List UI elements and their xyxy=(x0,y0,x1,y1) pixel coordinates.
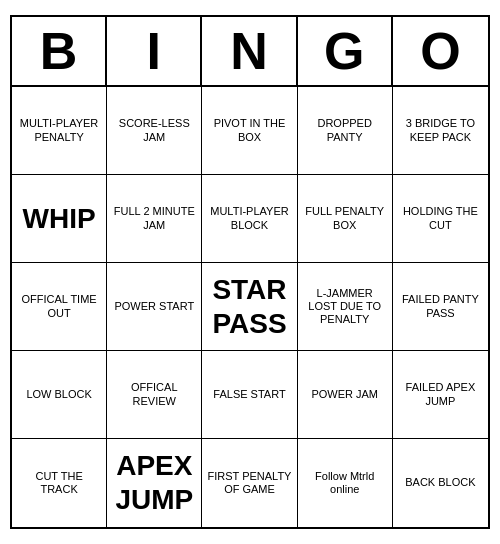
bingo-cell-8: FULL PENALTY BOX xyxy=(298,175,393,263)
bingo-cell-11: POWER START xyxy=(107,263,202,351)
bingo-cell-18: POWER JAM xyxy=(298,351,393,439)
letter-i: I xyxy=(107,17,202,85)
bingo-card: B I N G O MULTI-PLAYER PENALTYSCORE-LESS… xyxy=(10,15,490,529)
bingo-cell-0: MULTI-PLAYER PENALTY xyxy=(12,87,107,175)
bingo-cell-16: OFFICAL REVIEW xyxy=(107,351,202,439)
bingo-cell-2: PIVOT IN THE BOX xyxy=(202,87,297,175)
bingo-cell-22: FIRST PENALTY OF GAME xyxy=(202,439,297,527)
bingo-cell-4: 3 BRIDGE TO KEEP PACK xyxy=(393,87,488,175)
bingo-cell-13: L-JAMMER LOST DUE TO PENALTY xyxy=(298,263,393,351)
bingo-cell-5: WHIP xyxy=(12,175,107,263)
bingo-cell-21: APEX JUMP xyxy=(107,439,202,527)
bingo-cell-10: OFFICAL TIME OUT xyxy=(12,263,107,351)
bingo-cell-7: MULTI-PLAYER BLOCK xyxy=(202,175,297,263)
bingo-cell-12: STAR PASS xyxy=(202,263,297,351)
letter-b: B xyxy=(12,17,107,85)
bingo-cell-9: HOLDING THE CUT xyxy=(393,175,488,263)
letter-n: N xyxy=(202,17,297,85)
bingo-cell-14: FAILED PANTY PASS xyxy=(393,263,488,351)
bingo-cell-23: Follow Mtrld online xyxy=(298,439,393,527)
bingo-cell-1: SCORE-LESS JAM xyxy=(107,87,202,175)
bingo-cell-17: FALSE START xyxy=(202,351,297,439)
bingo-cell-3: DROPPED PANTY xyxy=(298,87,393,175)
bingo-cell-6: FULL 2 MINUTE JAM xyxy=(107,175,202,263)
bingo-cell-15: LOW BLOCK xyxy=(12,351,107,439)
letter-g: G xyxy=(298,17,393,85)
bingo-cell-19: FAILED APEX JUMP xyxy=(393,351,488,439)
bingo-grid: MULTI-PLAYER PENALTYSCORE-LESS JAMPIVOT … xyxy=(12,87,488,527)
letter-o: O xyxy=(393,17,488,85)
bingo-cell-20: CUT THE TRACK xyxy=(12,439,107,527)
bingo-cell-24: BACK BLOCK xyxy=(393,439,488,527)
bingo-header: B I N G O xyxy=(12,17,488,87)
